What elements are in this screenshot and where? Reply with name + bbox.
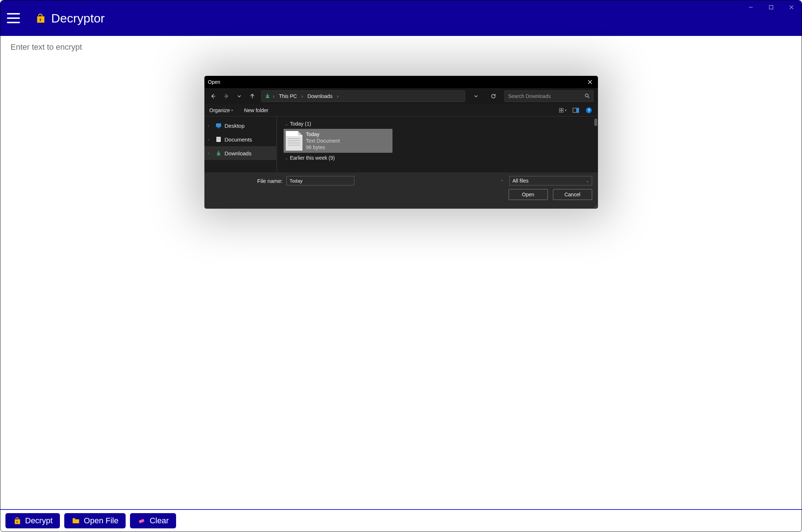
file-item-today[interactable]: Today Text Document 96 bytes [284, 129, 392, 153]
decrypt-button[interactable]: Decrypt [5, 513, 60, 528]
breadcrumb-sep: › [301, 93, 303, 99]
nav-back-icon[interactable] [209, 92, 217, 101]
tree-item-desktop[interactable]: › Desktop [204, 119, 276, 132]
svg-line-8 [588, 97, 589, 98]
maximize-button[interactable] [761, 0, 781, 14]
app-window: Decryptor Enter text to encrypt Open [0, 0, 802, 532]
search-icon [585, 93, 590, 99]
refresh-icon[interactable] [487, 90, 500, 102]
svg-rect-27 [139, 519, 144, 523]
dialog-titlebar: Open [204, 76, 598, 88]
file-open-dialog: Open › This PC › Downloads › [204, 76, 598, 209]
breadcrumb-downloads[interactable]: Downloads [306, 93, 334, 99]
svg-rect-19 [216, 137, 221, 142]
tree-label: Desktop [225, 123, 245, 129]
unlock-icon [34, 12, 46, 24]
search-field[interactable] [508, 93, 574, 99]
svg-rect-9 [559, 108, 561, 110]
dialog-footer: File name: ⌄ All files ⌄ Open Cancel [204, 172, 598, 209]
tree-item-downloads[interactable]: › Downloads [204, 146, 276, 160]
filetype-select[interactable]: All files ⌄ [509, 176, 592, 185]
dialog-nav: › This PC › Downloads › [204, 88, 598, 104]
unlock-icon [13, 516, 21, 525]
downloads-icon [265, 93, 270, 99]
dialog-cancel-button[interactable]: Cancel [553, 189, 592, 200]
dialog-close-button[interactable] [586, 78, 594, 86]
svg-rect-14 [576, 108, 579, 112]
dialog-body: › Desktop › Documents › Downloads [204, 116, 598, 172]
tree-label: Documents [225, 136, 252, 143]
view-mode-icon[interactable]: ▾ [559, 106, 567, 114]
new-folder-button[interactable]: New folder [244, 107, 268, 113]
dialog-open-button[interactable]: Open [509, 189, 548, 200]
svg-rect-11 [559, 110, 561, 112]
svg-rect-2 [769, 5, 773, 9]
bottom-bar: Decrypt Open File Clear [0, 509, 802, 532]
svg-rect-26 [17, 521, 17, 523]
breadcrumb-sep: › [273, 93, 275, 99]
file-list: ⌄Today (1) Today Text Document 96 bytes … [277, 116, 598, 172]
tree-label: Downloads [225, 150, 252, 156]
address-bar[interactable]: › This PC › Downloads › [261, 90, 465, 102]
group-earlier[interactable]: ⌄Earlier this week (9) [282, 153, 593, 163]
organize-menu[interactable]: Organize▾ [209, 107, 233, 113]
nav-up-icon[interactable] [248, 92, 257, 101]
help-icon[interactable]: ? [585, 106, 593, 114]
textarea-placeholder[interactable]: Enter text to encrypt [11, 42, 82, 52]
nav-recent-dropdown-icon[interactable] [235, 92, 244, 101]
file-name: Today [306, 131, 340, 138]
svg-rect-10 [561, 108, 563, 110]
svg-rect-17 [216, 123, 221, 127]
file-type: Text Document [306, 138, 340, 144]
close-button[interactable] [781, 0, 802, 14]
search-input[interactable] [504, 90, 594, 102]
tree-item-documents[interactable]: › Documents [204, 132, 276, 146]
preview-pane-icon[interactable] [572, 106, 580, 114]
folder-icon [72, 516, 80, 525]
svg-rect-0 [40, 19, 41, 21]
group-today[interactable]: ⌄Today (1) [282, 119, 593, 129]
documents-icon [215, 136, 222, 143]
chevron-down-icon: ⌄ [501, 178, 504, 182]
text-document-icon [286, 131, 302, 151]
resize-grip-icon[interactable] [593, 204, 597, 208]
app-title: Decryptor [51, 11, 105, 25]
svg-rect-12 [561, 110, 563, 112]
menu-icon[interactable] [7, 13, 20, 23]
breadcrumb-this-pc[interactable]: This PC [277, 93, 298, 99]
content-area: Enter text to encrypt Open › This PC › [0, 36, 802, 510]
address-dropdown-icon[interactable] [469, 90, 483, 102]
dialog-toolbar: Organize▾ New folder ▾ ? [204, 104, 598, 116]
folder-tree: › Desktop › Documents › Downloads [204, 116, 277, 172]
clear-button[interactable]: Clear [130, 513, 176, 528]
titlebar: Decryptor [0, 0, 802, 36]
dialog-title: Open [208, 79, 220, 85]
svg-text:?: ? [587, 108, 590, 112]
breadcrumb-sep: › [337, 93, 339, 99]
svg-rect-18 [217, 127, 220, 128]
minimize-button[interactable] [741, 0, 761, 14]
nav-forward-icon[interactable] [222, 92, 231, 101]
eraser-icon [137, 516, 146, 525]
window-controls [741, 0, 802, 14]
svg-point-7 [585, 94, 588, 97]
scrollbar-thumb[interactable] [594, 119, 597, 126]
chevron-down-icon: ⌄ [586, 179, 589, 183]
svg-line-25 [597, 208, 597, 208]
filename-label: File name: [210, 178, 283, 184]
open-file-button[interactable]: Open File [64, 513, 126, 528]
downloads-icon [215, 150, 222, 156]
filename-input[interactable] [286, 176, 354, 185]
file-size: 96 bytes [306, 144, 340, 151]
desktop-icon [215, 122, 222, 129]
